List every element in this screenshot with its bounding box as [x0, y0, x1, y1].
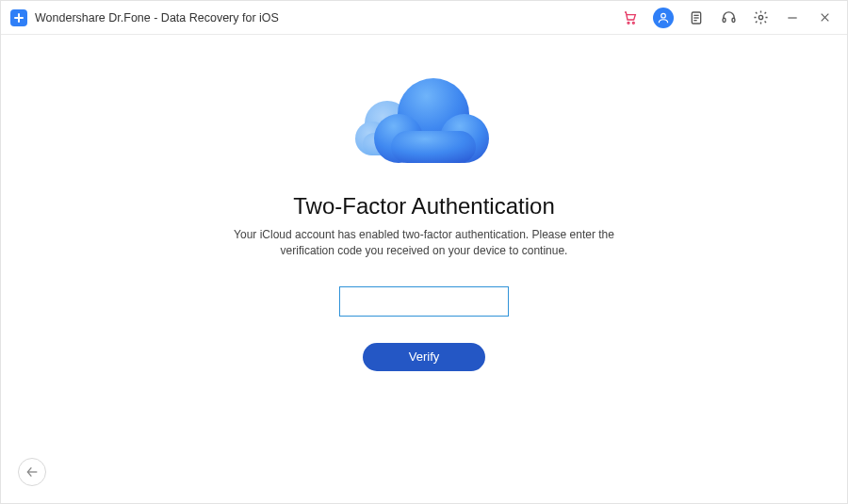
svg-point-4 [661, 13, 666, 18]
main-content: Two-Factor Authentication Your iCloud ac… [1, 35, 847, 503]
toolbar [621, 8, 834, 28]
verification-code-input[interactable] [339, 286, 509, 317]
cart-icon[interactable] [621, 8, 640, 27]
svg-point-3 [632, 22, 634, 24]
app-title: Wondershare Dr.Fone - Data Recovery for … [35, 11, 279, 24]
cloud-icon [344, 65, 504, 178]
titlebar: Wondershare Dr.Fone - Data Recovery for … [1, 1, 847, 35]
page-description: Your iCloud account has enabled two-fact… [217, 227, 631, 260]
close-icon[interactable] [815, 8, 834, 27]
svg-point-11 [758, 15, 762, 19]
account-icon[interactable] [653, 8, 674, 28]
notes-icon[interactable] [687, 8, 706, 27]
svg-rect-10 [732, 18, 735, 22]
svg-rect-1 [14, 17, 24, 19]
svg-rect-21 [391, 131, 476, 163]
minimize-icon[interactable] [783, 8, 802, 27]
verify-button[interactable]: Verify [363, 343, 485, 371]
back-button[interactable] [18, 458, 46, 486]
svg-rect-9 [723, 18, 726, 22]
svg-point-2 [628, 22, 629, 24]
page-heading: Two-Factor Authentication [293, 193, 554, 219]
support-icon[interactable] [719, 8, 738, 27]
app-logo-icon [10, 9, 27, 26]
app-window: Wondershare Dr.Fone - Data Recovery for … [0, 0, 848, 504]
settings-icon[interactable] [751, 8, 770, 27]
